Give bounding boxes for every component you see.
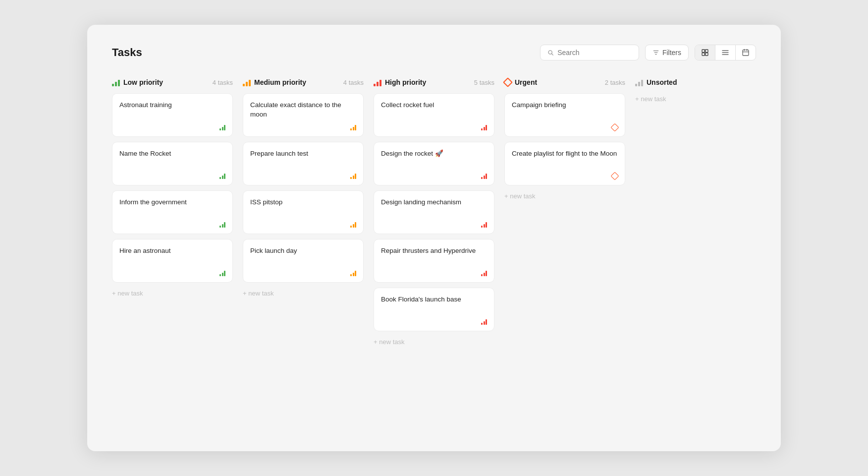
task-urgent-indicator	[611, 123, 619, 132]
task-icon-row	[119, 174, 225, 179]
search-icon	[547, 49, 553, 56]
task-card[interactable]: Calculate exact distance to the moon	[243, 93, 364, 137]
task-title: Inform the government	[119, 198, 225, 207]
task-title: Hire an astronaut	[119, 246, 225, 256]
column-header-high: High priority 5 tasks	[374, 78, 494, 86]
columns-container: Low priority 4 tasks Astronaut training …	[112, 78, 756, 348]
task-icon-row	[250, 271, 356, 276]
task-medium-indicator	[350, 222, 356, 228]
task-card[interactable]: Design landing mechanism	[374, 190, 494, 234]
task-card[interactable]: Create playlist for flight to the Moon	[504, 142, 625, 185]
task-icon-row	[381, 222, 487, 228]
svg-rect-7	[702, 53, 705, 56]
new-task-button[interactable]: + new task	[112, 288, 143, 299]
column-title: High priority	[385, 78, 426, 86]
task-low-indicator	[219, 125, 225, 130]
task-card[interactable]: Repair thrusters and Hyperdrive	[374, 239, 494, 283]
task-title: Astronaut training	[119, 101, 225, 110]
urgent-icon	[503, 77, 513, 87]
low-priority-icon	[112, 78, 120, 86]
task-title: Calculate exact distance to the moon	[250, 101, 356, 119]
column-header-left: Unsorted	[635, 78, 677, 86]
task-medium-indicator	[350, 174, 356, 179]
medium-priority-icon	[243, 78, 251, 86]
app-window: Tasks Filters	[87, 25, 781, 451]
task-card[interactable]: Pick launch day	[243, 239, 364, 283]
task-title: Campaign briefing	[512, 101, 618, 110]
task-card[interactable]: Design the rocket 🚀	[374, 142, 494, 185]
column-count: 2 tasks	[605, 79, 625, 86]
column-title: Urgent	[515, 78, 537, 86]
task-icon-row	[381, 271, 487, 276]
column-header-left: Urgent	[504, 78, 537, 86]
task-title: Name the Rocket	[119, 149, 225, 159]
column-urgent: Urgent 2 tasks Campaign briefing Create …	[504, 78, 625, 202]
task-high-indicator	[481, 222, 487, 228]
column-header-left: High priority	[374, 78, 426, 86]
search-input[interactable]	[557, 49, 632, 57]
task-title: Design the rocket 🚀	[381, 149, 487, 159]
task-urgent-indicator	[611, 172, 619, 180]
column-header-unsorted: Unsorted	[635, 78, 756, 86]
task-icon-row	[119, 271, 225, 276]
task-medium-indicator	[350, 125, 356, 130]
header: Tasks Filters	[112, 45, 756, 60]
task-card[interactable]: Prepare launch test	[243, 142, 364, 185]
view-toggle	[695, 45, 756, 60]
column-medium: Medium priority 4 tasks Calculate exact …	[243, 78, 364, 299]
column-header-left: Low priority	[112, 78, 163, 86]
task-high-indicator	[481, 271, 487, 276]
calendar-icon	[742, 49, 750, 57]
svg-rect-6	[705, 50, 708, 52]
grid-icon	[701, 49, 709, 57]
task-title: Pick launch day	[250, 246, 356, 256]
task-low-indicator	[219, 271, 225, 276]
task-title: Repair thrusters and Hyperdrive	[381, 246, 487, 256]
task-card[interactable]: Astronaut training	[112, 93, 233, 137]
task-card[interactable]: Collect rocket fuel	[374, 93, 494, 137]
new-task-label: + new task	[635, 95, 666, 103]
filters-button[interactable]: Filters	[645, 45, 689, 60]
task-icon-row	[250, 125, 356, 130]
new-task-button[interactable]: + new task	[243, 288, 274, 299]
task-title: Collect rocket fuel	[381, 101, 487, 110]
task-card[interactable]: Book Florida's launch base	[374, 288, 494, 331]
task-title: ISS pitstop	[250, 198, 356, 207]
page-title: Tasks	[112, 46, 142, 59]
filters-label: Filters	[662, 49, 681, 57]
task-card[interactable]: Campaign briefing	[504, 93, 625, 137]
calendar-view-button[interactable]	[736, 45, 756, 60]
svg-rect-8	[705, 53, 708, 56]
task-title: Design landing mechanism	[381, 198, 487, 207]
svg-rect-12	[743, 50, 749, 56]
task-icon-row	[512, 124, 618, 130]
new-task-button[interactable]: + new task	[374, 336, 405, 348]
list-icon	[721, 49, 729, 57]
task-icon-row	[119, 125, 225, 130]
search-box[interactable]	[540, 45, 639, 60]
column-title: Medium priority	[254, 78, 306, 86]
new-task-label: + new task	[112, 290, 143, 297]
grid-view-button[interactable]	[695, 45, 715, 60]
list-view-button[interactable]	[715, 45, 736, 60]
task-icon-row	[381, 174, 487, 179]
new-task-button[interactable]: + new task	[504, 190, 536, 202]
task-card[interactable]: ISS pitstop	[243, 190, 364, 234]
column-header-medium: Medium priority 4 tasks	[243, 78, 364, 86]
task-title: Create playlist for flight to the Moon	[512, 149, 618, 159]
task-title: Prepare launch test	[250, 149, 356, 159]
new-task-label: + new task	[374, 338, 405, 346]
task-icon-row	[381, 125, 487, 130]
column-count: 4 tasks	[213, 79, 233, 86]
new-task-button[interactable]: + new task	[635, 93, 666, 105]
task-card[interactable]: Name the Rocket	[112, 142, 233, 185]
task-card[interactable]: Inform the government	[112, 190, 233, 234]
task-card[interactable]: Hire an astronaut	[112, 239, 233, 283]
task-icon-row	[381, 319, 487, 325]
task-high-indicator	[481, 319, 487, 325]
task-high-indicator	[481, 174, 487, 179]
new-task-label: + new task	[504, 192, 536, 200]
column-title: Low priority	[123, 78, 163, 86]
column-count: 4 tasks	[343, 79, 364, 86]
task-icon-row	[512, 173, 618, 179]
